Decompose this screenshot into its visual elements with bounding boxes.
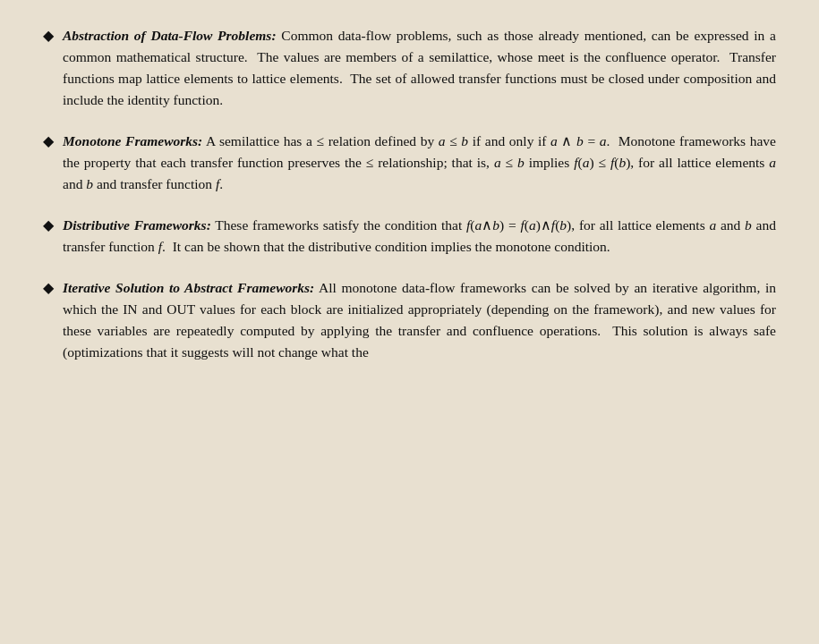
page: ◆ Abstraction of Data-Flow Problems: Com… [0,0,819,644]
bullet-text-distributive: Distributive Frameworks: These framework… [63,215,776,258]
bullet-title: Monotone Frameworks: [63,133,202,148]
bullet-icon: ◆ [43,132,54,149]
bullet-text-abstraction: Abstraction of Data-Flow Problems: Commo… [63,25,776,111]
list-item: ◆ Monotone Frameworks: A semilattice has… [43,131,776,195]
bullet-title: Iterative Solution to Abstract Framework… [63,280,314,295]
bullet-icon: ◆ [43,279,54,296]
bullet-title: Distributive Frameworks: [63,217,211,233]
bullet-text-monotone: Monotone Frameworks: A semilattice has a… [63,131,776,195]
list-item: ◆ Abstraction of Data-Flow Problems: Com… [43,25,776,111]
bullet-icon: ◆ [43,27,54,44]
bullet-title: Abstraction of Data-Flow Problems: [63,28,277,43]
bullet-icon: ◆ [43,216,54,233]
bullet-text-iterative: Iterative Solution to Abstract Framework… [63,277,776,363]
list-item: ◆ Distributive Frameworks: These framewo… [43,215,776,258]
list-item: ◆ Iterative Solution to Abstract Framewo… [43,277,776,363]
